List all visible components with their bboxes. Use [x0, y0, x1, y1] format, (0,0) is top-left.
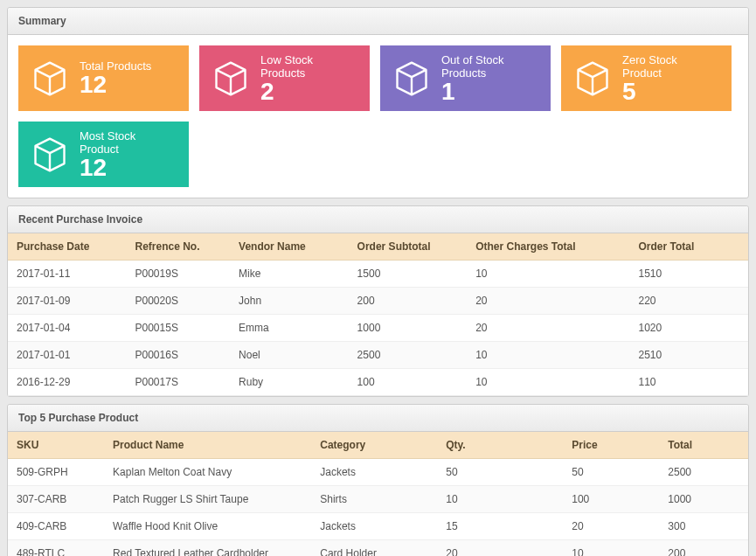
table-cell: 10 — [467, 261, 629, 288]
summary-card-4[interactable]: Most Stock Product12 — [18, 122, 189, 187]
table-cell: John — [230, 288, 349, 315]
table-cell: 509-GRPH — [8, 459, 104, 486]
table-row[interactable]: 2017-01-04P00015SEmma1000201020 — [8, 315, 748, 342]
column-header[interactable]: Category — [311, 432, 437, 459]
table-cell: Kaplan Melton Coat Navy — [104, 459, 311, 486]
table-cell: 220 — [629, 288, 748, 315]
table-cell: P00020S — [127, 288, 231, 315]
summary-card-0[interactable]: Total Products12 — [18, 45, 189, 111]
table-cell: 300 — [659, 513, 748, 540]
table-cell: 20 — [467, 288, 629, 315]
column-header[interactable]: Price — [563, 432, 659, 459]
table-cell: Mike — [230, 261, 349, 288]
table-cell: 1500 — [349, 261, 468, 288]
table-cell: P00016S — [127, 342, 231, 369]
invoices-table: Purchase DateRefrence No.Vendor NameOrde… — [8, 233, 748, 396]
table-cell: Jackets — [311, 513, 437, 540]
table-row[interactable]: 509-GRPHKaplan Melton Coat NavyJackets50… — [8, 459, 748, 486]
table-cell: 100 — [563, 486, 659, 513]
summary-card-3[interactable]: Zero Stock Product5 — [561, 45, 732, 111]
table-cell: 20 — [437, 540, 563, 557]
table-row[interactable]: 2017-01-09P00020SJohn20020220 — [8, 288, 748, 315]
table-cell: 409-CARB — [8, 513, 104, 540]
table-cell: 20 — [467, 315, 629, 342]
table-cell: Card Holder — [311, 540, 437, 557]
table-row[interactable]: 2017-01-01P00016SNoel2500102510 — [8, 342, 748, 369]
table-cell: 489-RTLC — [8, 540, 104, 557]
table-cell: 307-CARB — [8, 486, 104, 513]
table-cell: Patch Rugger LS Shirt Taupe — [104, 486, 311, 513]
table-cell: 10 — [563, 540, 659, 557]
table-cell: 10 — [467, 369, 629, 396]
top-products-title: Top 5 Purchase Product — [8, 405, 748, 432]
table-cell: Emma — [230, 315, 349, 342]
table-row[interactable]: 307-CARBPatch Rugger LS Shirt TaupeShirt… — [8, 486, 748, 513]
invoices-panel: Recent Purchase Invoice Purchase DateRef… — [7, 205, 749, 397]
table-cell: 50 — [437, 459, 563, 486]
table-cell: 2016-12-29 — [8, 369, 127, 396]
column-header[interactable]: Vendor Name — [230, 233, 349, 261]
column-header[interactable]: Purchase Date — [8, 233, 127, 261]
column-header[interactable]: Qty. — [437, 432, 563, 459]
table-cell: 2017-01-04 — [8, 315, 127, 342]
summary-cards: Total Products12Low Stock Products2Out o… — [8, 35, 748, 198]
card-value: 1 — [441, 80, 538, 104]
table-row[interactable]: 409-CARBWaffle Hood Knit OliveJackets152… — [8, 513, 748, 540]
table-cell: 2017-01-01 — [8, 342, 127, 369]
card-label: Out of Stock Products — [441, 53, 538, 80]
card-value: 12 — [80, 156, 177, 180]
table-cell: 15 — [437, 513, 563, 540]
table-cell: Noel — [230, 342, 349, 369]
table-cell: Shirts — [311, 486, 437, 513]
table-cell: 50 — [563, 459, 659, 486]
table-cell: 2017-01-09 — [8, 288, 127, 315]
invoices-title: Recent Purchase Invoice — [8, 206, 748, 233]
table-cell: Jackets — [311, 459, 437, 486]
card-value: 5 — [622, 80, 719, 104]
card-label: Zero Stock Product — [622, 53, 719, 80]
table-cell: 2500 — [659, 459, 748, 486]
column-header[interactable]: Product Name — [104, 432, 311, 459]
box-icon — [573, 59, 612, 98]
card-value: 2 — [260, 80, 357, 104]
table-cell: 2510 — [629, 342, 748, 369]
table-cell: 1510 — [629, 261, 748, 288]
table-cell: 110 — [629, 369, 748, 396]
summary-card-1[interactable]: Low Stock Products2 — [199, 45, 370, 111]
table-cell: 1020 — [629, 315, 748, 342]
table-cell: 1000 — [349, 315, 468, 342]
table-cell: 100 — [349, 369, 468, 396]
top-products-table: SKUProduct NameCategoryQty.PriceTotal 50… — [8, 432, 748, 556]
box-icon — [31, 136, 69, 174]
table-cell: P00017S — [127, 369, 231, 396]
column-header[interactable]: Total — [659, 432, 748, 459]
table-cell: 2500 — [349, 342, 468, 369]
column-header[interactable]: SKU — [8, 432, 104, 459]
table-cell: 2017-01-11 — [8, 261, 127, 288]
summary-title: Summary — [8, 8, 748, 35]
table-cell: Waffle Hood Knit Olive — [104, 513, 311, 540]
table-cell: Ruby — [230, 369, 349, 396]
column-header[interactable]: Order Total — [629, 233, 748, 261]
table-cell: P00019S — [127, 261, 231, 288]
column-header[interactable]: Order Subtotal — [349, 233, 468, 261]
card-label: Most Stock Product — [80, 129, 177, 156]
table-cell: 20 — [563, 513, 659, 540]
box-icon — [212, 59, 250, 98]
box-icon — [31, 59, 69, 98]
table-cell: 200 — [349, 288, 468, 315]
column-header[interactable]: Refrence No. — [127, 233, 231, 261]
table-row[interactable]: 489-RTLCRed Textured Leather CardholderC… — [8, 540, 748, 557]
table-cell: 200 — [659, 540, 748, 557]
summary-card-2[interactable]: Out of Stock Products1 — [380, 45, 551, 111]
table-row[interactable]: 2017-01-11P00019SMike1500101510 — [8, 261, 748, 288]
column-header[interactable]: Other Charges Total — [467, 233, 629, 261]
table-row[interactable]: 2016-12-29P00017SRuby10010110 — [8, 369, 748, 396]
table-cell: P00015S — [127, 315, 231, 342]
card-label: Low Stock Products — [260, 53, 357, 80]
table-cell: 10 — [437, 486, 563, 513]
table-cell: 1000 — [659, 486, 748, 513]
table-cell: Red Textured Leather Cardholder — [104, 540, 311, 557]
summary-panel: Summary Total Products12Low Stock Produc… — [7, 7, 749, 198]
top-products-panel: Top 5 Purchase Product SKUProduct NameCa… — [7, 404, 749, 556]
